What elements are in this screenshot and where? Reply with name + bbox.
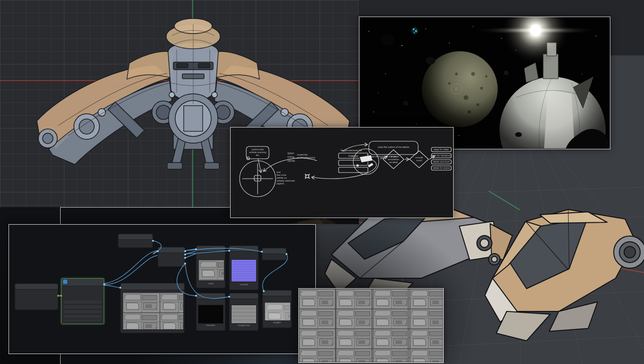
texture-roughness-node[interactable]: roughness [229,293,259,331]
hint-side: pointing/zooming [297,156,315,159]
svg-text:objects: objects [277,182,285,185]
texture-normal-node[interactable]: normal [229,246,259,290]
svg-text:settles on: settles on [277,177,287,179]
list-title: Tagged elements list [340,149,362,152]
note-line: etc [256,154,259,156]
note-line: outline dots [251,148,264,151]
value-node[interactable] [118,234,153,248]
svg-text:already observed: already observed [277,180,295,182]
node-label: height [263,321,291,324]
list-row[interactable] [339,167,368,173]
flowchart: outline dots unfolds zooming etc (p)an (… [231,127,453,217]
hint-key: (d)rop [287,159,295,163]
node-label: metallic [197,324,225,327]
diamond1-label: draw [391,155,396,158]
ramp-stripes [64,300,101,321]
node-type-icon [63,280,67,284]
flowchart-panel[interactable]: outline dots unfolds zooming etc (p)an (… [230,127,454,218]
mapping-node[interactable] [158,247,185,267]
texture-height-node[interactable]: height [262,290,292,328]
list-row-label: PUBLISH [349,155,358,157]
collage-canvas: B [0,0,644,364]
selected-ramp-node[interactable] [61,278,104,324]
metallic-preview [198,305,224,324]
svg-text:the circle: the circle [277,174,286,176]
svg-text:count: count [416,159,422,162]
output-node[interactable] [262,248,286,260]
group-input-node[interactable] [15,283,58,310]
normal-map-preview [231,259,257,282]
roughness-preview [231,305,257,324]
main-box-label: draw flat outline of the details [378,146,410,148]
node-label: color [197,282,225,285]
output-label: plan for iterations [432,155,451,157]
diamond2-label: include [415,156,423,159]
node-label: normal [230,283,258,286]
svg-text:as ideas: as ideas [389,161,398,164]
output-label: tables for brand [433,167,449,169]
shader-node-editor[interactable]: color normal metallic roughness height [9,224,316,354]
cyan-sprite [411,27,418,34]
note-line: unfolds zooming [249,151,266,154]
scifi-panel-texture[interactable] [298,288,444,363]
hint-key: (p)an [287,152,294,155]
hint-side: modernity [297,154,308,156]
burst-star-icon [305,174,310,179]
star-note: and [277,171,280,173]
texture-preview-large[interactable] [120,283,185,333]
texture-color-node[interactable]: color [196,246,225,288]
node-label: roughness [230,324,258,327]
svg-text:B: B [455,86,458,92]
output-label: ways for ideas [434,148,449,151]
svg-text:annotation: annotation [388,158,399,161]
hint-key: (r)ing [287,155,294,159]
texture-metallic-node[interactable]: metallic [196,293,225,331]
greeble-texture [299,289,443,362]
output-label: tables and tools [433,161,450,163]
